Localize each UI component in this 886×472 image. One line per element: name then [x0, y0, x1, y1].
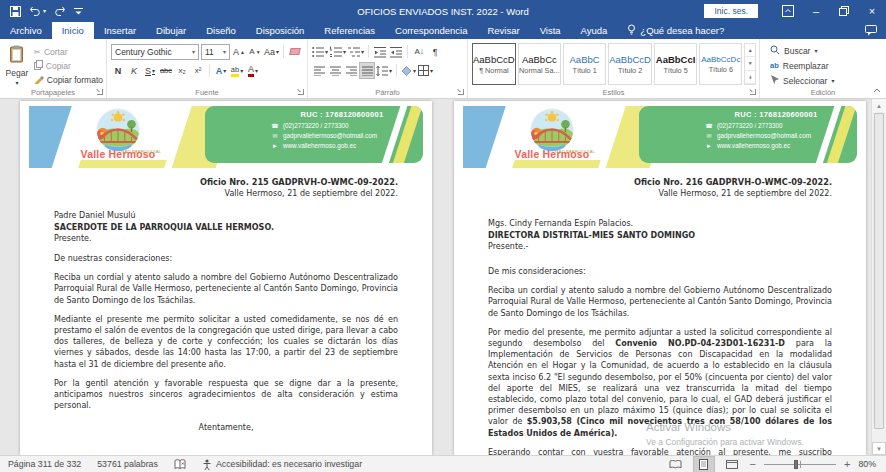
align-right-button[interactable]: [344, 63, 358, 78]
shading-button[interactable]: ▾: [401, 63, 416, 78]
restore-button[interactable]: [830, 0, 858, 22]
scroll-down-icon[interactable]: ▼: [872, 442, 886, 455]
font-size-combo[interactable]: 11▾: [201, 44, 230, 60]
dialog-launcher-icon[interactable]: [298, 89, 304, 95]
tell-me-box[interactable]: ¿Qué desea hacer?: [617, 22, 734, 39]
dialog-launcher-icon[interactable]: [458, 89, 464, 95]
tab-dibujar[interactable]: Dibujar: [146, 22, 196, 39]
style-heading6[interactable]: AaBbCcDcTítulo 6: [699, 43, 742, 85]
accessibility-person-icon: [202, 459, 212, 470]
bold-button[interactable]: N: [111, 63, 125, 78]
grow-font-button[interactable]: A▲: [232, 44, 246, 59]
tab-archivo[interactable]: Archivo: [0, 22, 52, 39]
tab-diseno[interactable]: Diseño: [196, 22, 246, 39]
accessibility-status[interactable]: Accesibilidad: es necesario investigar: [194, 456, 370, 472]
email-icon: ✉: [705, 133, 713, 139]
close-button[interactable]: ×: [858, 0, 886, 22]
shrink-font-button[interactable]: A▼: [248, 44, 262, 59]
tab-revisar[interactable]: Revisar: [477, 22, 529, 39]
italic-button[interactable]: K: [127, 63, 141, 78]
increase-indent-button[interactable]: [389, 44, 403, 59]
tab-insertar[interactable]: Insertar: [94, 22, 146, 39]
ribbon-display-options-icon[interactable]: [774, 0, 802, 22]
style-normal[interactable]: AaBbCcD¶ Normal: [472, 43, 516, 85]
feedback-icon[interactable]: [865, 22, 886, 39]
undo-icon[interactable]: ▾: [29, 6, 46, 16]
zoom-in-button[interactable]: +: [844, 459, 850, 470]
gallery-more-icon[interactable]: ⇟: [745, 71, 755, 84]
web-layout-button[interactable]: [722, 457, 742, 472]
tab-disposicion[interactable]: Disposición: [246, 22, 315, 39]
style-no-spacing[interactable]: AaBbCcNormal Sa...: [518, 43, 561, 85]
text-effects-button[interactable]: A▾: [214, 63, 228, 78]
multilevel-list-button[interactable]: ▾: [348, 44, 364, 59]
copy-button[interactable]: Copiar: [34, 59, 103, 72]
page-indicator[interactable]: Página 311 de 332: [0, 456, 89, 472]
bullets-button[interactable]: ▾: [312, 44, 328, 59]
save-icon[interactable]: [10, 6, 21, 17]
line-spacing-button[interactable]: ▾: [376, 63, 392, 78]
sort-button[interactable]: A↓: [412, 44, 426, 59]
tab-ayuda[interactable]: Ayuda: [571, 22, 618, 39]
justify-button[interactable]: [360, 63, 374, 78]
superscript-button[interactable]: x²: [191, 63, 205, 78]
tab-referencias[interactable]: Referencias: [314, 22, 385, 39]
decrease-indent-button[interactable]: [373, 44, 387, 59]
highlight-color-button[interactable]: ab▾: [230, 63, 244, 78]
zoom-slider-thumb[interactable]: [794, 460, 798, 469]
align-left-button[interactable]: [312, 63, 326, 78]
strikethrough-button[interactable]: abc: [159, 63, 173, 78]
redo-icon[interactable]: [54, 6, 66, 16]
zoom-out-button[interactable]: −: [750, 459, 756, 470]
zoom-slider[interactable]: [764, 464, 836, 465]
find-button[interactable]: Buscar▾: [770, 44, 883, 57]
borders-button[interactable]: ▾: [418, 63, 433, 78]
clear-formatting-button[interactable]: [288, 44, 302, 59]
paste-button[interactable]: Pegar ▾: [4, 42, 30, 86]
print-layout-button[interactable]: [694, 457, 714, 472]
style-heading1[interactable]: AaBbCTítulo 1: [563, 43, 606, 85]
phone-number: (02)2773220 / 2773300: [717, 122, 782, 129]
underline-button[interactable]: S▾: [143, 63, 157, 78]
dialog-launcher-icon[interactable]: [750, 89, 756, 95]
chevron-down-icon: ▾: [15, 80, 18, 86]
cut-button[interactable]: ✂Cortar: [34, 45, 103, 58]
font-color-button[interactable]: A▾: [246, 63, 260, 78]
numbering-icon: [330, 46, 342, 58]
word-count[interactable]: 53761 palabras: [89, 456, 166, 472]
numbering-button[interactable]: ▾: [330, 44, 346, 59]
subscript-button[interactable]: x₂: [175, 63, 189, 78]
sign-in-button[interactable]: Inic. ses.: [704, 4, 758, 18]
font-family-combo[interactable]: Century Gothic▾: [111, 44, 199, 60]
page-2[interactable]: RUC : 1768120600001 ☎(02)2773220 / 27733…: [454, 101, 866, 455]
gallery-up-icon[interactable]: ▲: [745, 44, 755, 57]
tab-correspondencia[interactable]: Correspondencia: [385, 22, 477, 39]
gallery-down-icon[interactable]: ▼: [745, 57, 755, 70]
header-green-banner: RUC : 1768120600001 ☎(02)2773220 / 27733…: [205, 106, 423, 163]
scroll-up-icon[interactable]: ▲: [872, 99, 886, 112]
show-paragraph-marks-button[interactable]: ¶: [428, 44, 442, 59]
dialog-launcher-icon[interactable]: [97, 89, 103, 95]
print-layout-icon: [699, 459, 708, 470]
style-heading2[interactable]: AaBbCcDTítulo 2: [608, 43, 652, 85]
format-painter-button[interactable]: Copiar formato: [34, 73, 103, 86]
tab-vista[interactable]: Vista: [530, 22, 571, 39]
proofing-status[interactable]: [166, 456, 194, 472]
tab-inicio[interactable]: Inicio: [52, 22, 94, 39]
page-1[interactable]: RUC : 1768120600001 ☎(02)2773220 / 27733…: [20, 101, 432, 455]
change-case-button[interactable]: Aa▾: [264, 44, 279, 59]
zoom-level[interactable]: 80%: [858, 459, 876, 469]
date-line: Valle Hermoso, 21 de septiembre del 2022…: [488, 188, 832, 199]
addressee-presente: Presente.-: [488, 241, 832, 252]
customize-qat-icon[interactable]: [74, 7, 83, 16]
vertical-scrollbar[interactable]: ▲ ▼: [871, 99, 886, 455]
replace-button[interactable]: ab Reemplazar: [770, 59, 883, 72]
scrollbar-thumb[interactable]: [874, 113, 884, 429]
select-button[interactable]: Seleccionar▾: [770, 74, 883, 87]
read-mode-button[interactable]: [666, 457, 686, 472]
align-center-button[interactable]: [328, 63, 342, 78]
minimize-button[interactable]: –: [802, 0, 830, 22]
group-label-font: Fuente: [107, 88, 307, 97]
collapse-ribbon-icon[interactable]: [873, 85, 881, 95]
style-heading5[interactable]: AaBbCcITítulo 5: [654, 43, 697, 85]
